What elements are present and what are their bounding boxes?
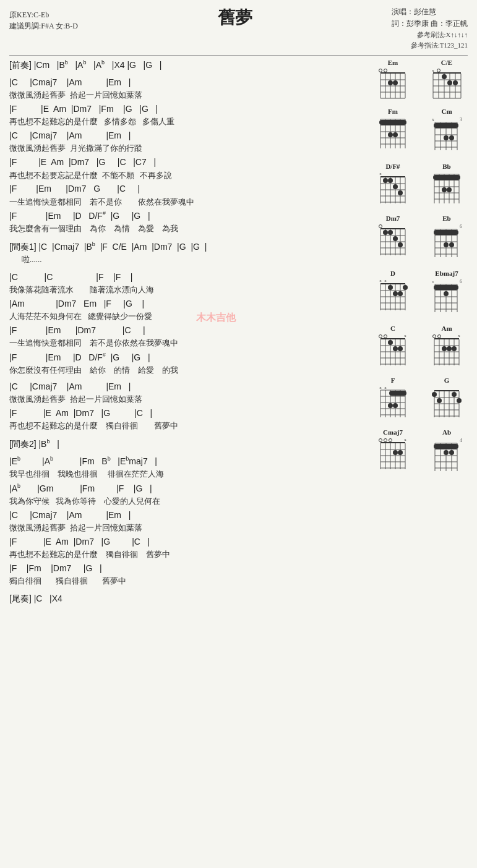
verse1c: |C |Cmaj7 |Am |Em | 微微風湧起舊夢 月光撒滿了你的行蹤 (9, 130, 369, 155)
svg-point-43 (388, 132, 393, 137)
svg-text:x: x (384, 278, 387, 283)
svg-point-58 (444, 135, 449, 140)
svg-text:x: x (432, 279, 434, 284)
chord-dfsharp: D/F# x (372, 163, 414, 208)
svg-point-150 (444, 291, 449, 296)
chord-bb: Bb (426, 163, 468, 208)
song-title: 舊夢 (78, 6, 392, 30)
svg-point-74 (393, 184, 398, 189)
svg-rect-201 (434, 390, 459, 391)
svg-point-26 (437, 69, 440, 72)
verse3a: |C |Cmaj7 |Am |Em | 微微風湧起舊夢 拾起一片回憶如葉落 (9, 381, 369, 406)
svg-point-167 (398, 346, 403, 351)
chord-ce: C/E (426, 59, 468, 101)
svg-rect-244 (434, 444, 458, 449)
chord-row-3: D/F# x (372, 163, 468, 208)
svg-rect-0 (380, 72, 405, 74)
interlude1: [間奏1] |C |Cmaj7 |Bb |F C/E |Am |Dm7 |G |… (9, 240, 369, 266)
svg-point-105 (398, 242, 403, 247)
svg-point-119 (449, 242, 454, 247)
chord-ebmaj7: Ebmaj7 6 x (426, 270, 468, 318)
chord-row-6: C x (372, 325, 468, 370)
svg-point-152 (379, 335, 382, 338)
verse1e: |F |Em |Dm7 G |C | 一生追悔快意都相同 若不是你 依然在我夢魂… (9, 183, 369, 208)
svg-rect-149 (434, 285, 458, 290)
chord-g: G (426, 377, 468, 422)
svg-point-153 (384, 335, 387, 338)
svg-point-102 (383, 230, 388, 235)
chord-cm: Cm 3 x (426, 108, 468, 156)
svg-point-136 (403, 285, 408, 290)
verse1f: |F |Em |D D/F# |G |G | 我怎麼會有一個理由 為你 為情 為… (9, 210, 369, 235)
svg-point-11 (379, 69, 382, 72)
verse4a: |C |Cmaj7 |Am |Em | 微微風湧起舊夢 拾起一片回憶如葉落 (9, 509, 369, 534)
svg-point-169 (433, 335, 436, 338)
chord-em: Em (372, 59, 414, 101)
svg-point-182 (442, 346, 447, 351)
svg-rect-120 (380, 283, 405, 284)
svg-point-30 (453, 80, 458, 85)
chord-eb: Eb 6 (426, 215, 468, 263)
svg-rect-168 (434, 338, 459, 339)
suggestion-key: 建議男調:F#A 女:B-D (9, 20, 78, 32)
svg-point-59 (449, 135, 454, 140)
credits: 詞：彭季康 曲：李正帆 (392, 18, 468, 30)
svg-text:x: x (384, 385, 387, 390)
verse2b: |Am |Dm7 Em |F |G | 人海茫茫不知身何在 總覺得缺少一份愛 木… (9, 298, 369, 323)
svg-point-73 (388, 178, 393, 183)
chord-row-1: Em (372, 59, 468, 101)
verse1a: |C |Cmaj7 |Am |Em | 微微風湧起舊夢 拾起一片回憶如葉落 (9, 77, 369, 101)
verse4c: |F |Fm |Dm7 |G | 獨自徘徊 獨自徘徊 舊夢中 (9, 563, 369, 587)
svg-text:4: 4 (460, 438, 462, 443)
outro: [尾奏] |C |X4 (9, 593, 369, 605)
chord-row-4: Dm7 (372, 215, 468, 263)
svg-text:x: x (379, 385, 382, 390)
svg-point-44 (393, 132, 398, 137)
svg-text:x: x (404, 437, 406, 442)
svg-rect-60 (380, 176, 405, 177)
svg-point-212 (432, 392, 437, 397)
svg-point-12 (384, 69, 387, 72)
chord-fm: Fm (372, 108, 414, 156)
chord-d: D x x (372, 270, 414, 318)
svg-text:x: x (432, 117, 434, 122)
chord-ab: Ab 4 (426, 428, 468, 477)
svg-point-219 (389, 439, 392, 442)
svg-text:x: x (379, 171, 382, 176)
svg-point-184 (452, 346, 457, 351)
svg-point-213 (437, 398, 442, 403)
svg-point-183 (447, 346, 452, 351)
svg-point-166 (393, 346, 398, 351)
svg-text:x: x (379, 278, 382, 283)
strumming-pattern: 參考刷法:X↑↓↑↓↑ 參考指法:T123_121 (392, 30, 468, 50)
svg-point-215 (457, 398, 462, 403)
verse2c: |F |Em |Dm7 |C | 一生追悔快意都相同 若不是你依然在我夢魂中 (9, 325, 369, 349)
svg-point-14 (393, 80, 398, 85)
header-divider (9, 55, 468, 56)
svg-point-170 (438, 335, 441, 338)
svg-point-134 (393, 291, 398, 296)
svg-point-104 (393, 236, 398, 241)
bridge1: |Eb |Ab |Fm Bb |Ebmaj7 | 我早也徘徊 我晚也徘徊 徘徊在… (9, 455, 369, 480)
svg-text:x: x (404, 333, 406, 338)
bridge2: |Ab |Gm |Fm |F |G | 我為你守候 我為你等待 心愛的人兒何在 (9, 482, 369, 508)
svg-text:6: 6 (460, 279, 462, 284)
svg-text:3: 3 (460, 117, 462, 122)
svg-point-75 (398, 190, 403, 195)
header: 原KEY:C-Eb 建議男調:F#A 女:B-D 舊夢 演唱：彭佳慧 詞：彭季康… (9, 6, 468, 50)
verse1d: |F |E Am |Dm7 |G |C |C7 | 再也想不起要忘記是什麼 不能… (9, 156, 369, 181)
svg-point-165 (388, 340, 393, 345)
svg-point-217 (379, 439, 382, 442)
svg-point-246 (449, 450, 454, 455)
chord-row-5: D x x (372, 270, 468, 318)
chord-f: F x x (372, 377, 414, 422)
chord-row-8: Cmaj7 x (372, 428, 468, 477)
svg-point-200 (393, 403, 398, 408)
svg-point-245 (444, 450, 449, 455)
chord-row-2: Fm (372, 108, 468, 156)
svg-point-231 (393, 450, 398, 455)
svg-text:x: x (458, 333, 460, 338)
svg-point-118 (444, 242, 449, 247)
section-intro: [前奏] |Cm |Bb |Ab |Ab |X4 |G |G | (9, 59, 369, 71)
svg-point-103 (388, 230, 393, 235)
